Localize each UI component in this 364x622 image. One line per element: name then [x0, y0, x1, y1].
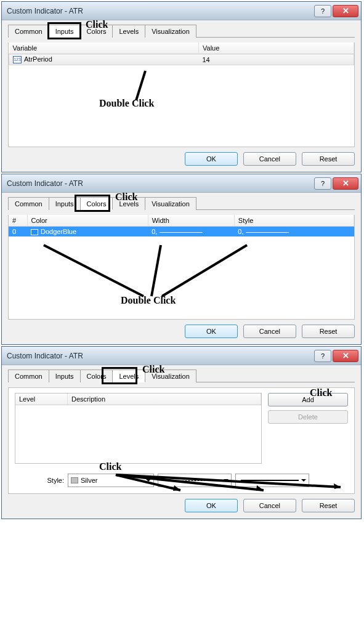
width-preview [160, 232, 203, 233]
tab-levels[interactable]: Levels [113, 370, 145, 382]
tab-visualization[interactable]: Visualization [145, 370, 196, 382]
col-value: Value [199, 42, 354, 54]
col-level: Level [15, 394, 68, 405]
tab-inputs[interactable]: Inputs [49, 197, 81, 210]
cancel-button[interactable]: Cancel [243, 499, 296, 512]
reset-button[interactable]: Reset [302, 499, 355, 512]
style-preview [246, 232, 289, 233]
tabstrip: Common Inputs Colors Levels Visualizatio… [8, 369, 355, 382]
color-row[interactable]: 0 DodgerBlue 0, 0, [9, 227, 354, 237]
tab-inputs[interactable]: Inputs [49, 370, 81, 382]
cancel-button[interactable]: Cancel [243, 152, 296, 166]
ok-button[interactable]: OK [185, 152, 238, 166]
color-name[interactable]: DodgerBlue [41, 228, 76, 235]
col-variable: Variable [9, 42, 199, 54]
levels-container: Level Description Add Delete Style: Silv… [8, 387, 355, 494]
levels-list[interactable]: Level Description [15, 393, 262, 464]
silver-swatch [71, 477, 78, 483]
style-val[interactable]: 0, [238, 228, 243, 235]
close-button[interactable]: ✕ [333, 177, 358, 190]
var-name: AtrPeriod [24, 55, 52, 63]
tab-inputs[interactable]: Inputs [49, 25, 81, 38]
inputs-table-container: Variable Value 123AtrPeriod 14 [8, 42, 355, 147]
ok-button[interactable]: OK [185, 325, 238, 338]
window-title: Custom Indicator - ATR [7, 179, 314, 188]
titlebar: Custom Indicator - ATR ? ✕ [2, 174, 361, 193]
row-idx: 0 [9, 227, 27, 237]
style-color-combo[interactable]: Silver [68, 474, 154, 487]
window-title: Custom Indicator - ATR [7, 352, 314, 360]
style-line-combo[interactable] [158, 474, 232, 487]
tab-common[interactable]: Common [8, 197, 49, 210]
reset-button[interactable]: Reset [302, 325, 355, 338]
numeric-icon: 123 [13, 56, 22, 63]
window-title: Custom Indicator - ATR [7, 7, 314, 15]
titlebar: Custom Indicator - ATR ? ✕ [2, 2, 361, 20]
dialog-inputs: Custom Indicator - ATR ? ✕ Common Inputs… [1, 1, 362, 172]
tab-colors[interactable]: Colors [81, 25, 113, 38]
style-color-value: Silver [81, 477, 98, 484]
style-label: Style: [15, 477, 64, 484]
tab-levels[interactable]: Levels [113, 197, 145, 210]
tab-colors[interactable]: Colors [81, 197, 113, 210]
cancel-button[interactable]: Cancel [243, 325, 296, 338]
tabstrip: Common Inputs Colors Levels Visualizatio… [8, 24, 355, 38]
titlebar: Custom Indicator - ATR ? ✕ [2, 347, 361, 365]
solid-line-preview [241, 480, 299, 481]
var-value[interactable]: 14 [199, 54, 354, 65]
tab-common[interactable]: Common [8, 25, 49, 38]
tab-common[interactable]: Common [8, 370, 49, 382]
style-width-combo[interactable] [235, 474, 309, 487]
color-swatch [31, 229, 38, 235]
dashed-line-preview [163, 480, 221, 481]
close-button[interactable]: ✕ [333, 350, 358, 362]
tab-levels[interactable]: Levels [113, 25, 145, 38]
colors-table-container: # Color Width Style 0 DodgerBlue 0, 0, [8, 215, 355, 320]
dialog-levels: Custom Indicator - ATR ? ✕ Common Inputs… [1, 346, 362, 519]
col-desc: Description [68, 394, 261, 405]
tab-visualization[interactable]: Visualization [145, 25, 196, 38]
tab-colors[interactable]: Colors [81, 370, 113, 382]
ok-button[interactable]: OK [185, 499, 238, 512]
width-val[interactable]: 0, [152, 228, 157, 235]
col-color: Color [27, 215, 148, 227]
input-row[interactable]: 123AtrPeriod 14 [9, 54, 354, 65]
tab-visualization[interactable]: Visualization [145, 197, 196, 210]
close-button[interactable]: ✕ [333, 5, 358, 17]
col-idx: # [9, 215, 27, 227]
delete-button: Delete [268, 410, 348, 424]
reset-button[interactable]: Reset [302, 152, 355, 166]
tabstrip: Common Inputs Colors Levels Visualizatio… [8, 196, 355, 210]
help-button[interactable]: ? [314, 350, 331, 362]
help-button[interactable]: ? [314, 177, 331, 190]
col-width: Width [148, 215, 234, 227]
help-button[interactable]: ? [314, 5, 331, 17]
add-button[interactable]: Add [268, 393, 348, 406]
dialog-colors: Custom Indicator - ATR ? ✕ Common Inputs… [1, 174, 362, 345]
col-style: Style [234, 215, 354, 227]
